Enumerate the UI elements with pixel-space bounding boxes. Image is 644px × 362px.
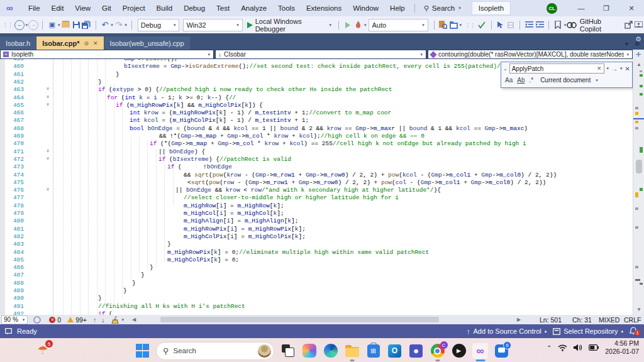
run-code-analysis-icon[interactable] bbox=[477, 19, 487, 31]
fold-collapse-icon[interactable]: ∨ bbox=[45, 102, 51, 107]
line-number[interactable]: 476 bbox=[6, 187, 24, 194]
fold-collapse-icon[interactable]: ∨ bbox=[45, 148, 51, 153]
line-number[interactable]: 489 bbox=[6, 287, 24, 295]
code-line[interactable]: && sqrt(pow(krow - (Gmp->m_row1 + Gmp->m… bbox=[184, 172, 557, 179]
menu-tools[interactable]: Tools bbox=[272, 0, 301, 16]
live-share-icon[interactable] bbox=[623, 19, 633, 31]
code-line[interactable]: //finishing all H ks with H i's patchRec… bbox=[98, 303, 245, 310]
taskbar-clock[interactable]: 4:56 PM 2026-01-07 bbox=[605, 339, 639, 356]
code-line[interactable]: } bbox=[167, 241, 171, 248]
close-tab-icon[interactable]: ✕ bbox=[93, 40, 98, 47]
restore-button[interactable]: ❐ bbox=[594, 0, 619, 16]
chevron-down-icon[interactable]: ▾ bbox=[564, 23, 567, 28]
battery-icon[interactable] bbox=[589, 344, 599, 351]
code-line[interactable]: } bbox=[98, 295, 102, 302]
code-line[interactable]: m_HighCol[i] = m_HighCol[k]; bbox=[184, 210, 284, 217]
media-player-button[interactable]: ▶ bbox=[451, 343, 467, 359]
toolbar-grip[interactable]: ⋮⋮ bbox=[465, 22, 475, 28]
line-number[interactable]: 485 bbox=[6, 256, 24, 264]
find-scope-select[interactable]: Current document bbox=[540, 77, 591, 84]
hscroll-left-icon[interactable]: ◀ bbox=[132, 317, 136, 322]
splitter-handle[interactable]: ✛ bbox=[633, 50, 644, 59]
send-feedback-icon[interactable] bbox=[634, 19, 644, 31]
tab-list-chevron-icon[interactable]: ▾ bbox=[625, 40, 628, 47]
editor-options-gear-icon[interactable]: ⚙ bbox=[633, 35, 644, 43]
chevron-down-icon[interactable]: ▾ bbox=[111, 23, 113, 28]
code-line[interactable]: m_HighColPix[i] = m_HighColPix[k]; bbox=[184, 233, 306, 241]
code-line[interactable]: || bOnEdge && krow < row/*and with k sec… bbox=[175, 187, 441, 194]
code-line[interactable]: } bbox=[123, 287, 127, 295]
code-line[interactable]: m_HighRow[i] = m_HighRow[k]; bbox=[184, 202, 284, 210]
menu-analyze[interactable]: Analyze bbox=[235, 0, 272, 16]
chevron-down-icon[interactable]: ▾ bbox=[125, 23, 127, 28]
scrollbar-thumb[interactable] bbox=[636, 160, 642, 173]
clear-search-icon[interactable]: ✕ bbox=[597, 65, 602, 72]
microsoft-store-button[interactable]: ⊞ bbox=[365, 343, 381, 359]
navigate-back-button[interactable]: ← bbox=[14, 19, 25, 31]
menu-build[interactable]: Build bbox=[151, 0, 179, 16]
line-number[interactable]: 468 bbox=[6, 125, 24, 133]
line-number[interactable]: 482 bbox=[6, 233, 24, 241]
solution-configuration-select[interactable]: Debug▾ bbox=[138, 19, 180, 31]
wifi-icon[interactable] bbox=[558, 344, 567, 351]
scroll-down-icon[interactable]: ▼ bbox=[633, 307, 644, 312]
line-number[interactable]: 467 bbox=[6, 117, 24, 124]
code-line[interactable]: if (extype > 0) {//patched high i now re… bbox=[98, 86, 392, 94]
document-health-icon[interactable] bbox=[31, 314, 43, 326]
whole-word-toggle[interactable]: Ab bbox=[517, 77, 525, 84]
start-debugging-button[interactable]: Local Windows Debugger ▾ bbox=[247, 18, 332, 33]
line-number[interactable]: 474 bbox=[6, 172, 24, 179]
github-copilot-icon[interactable] bbox=[567, 19, 577, 31]
code-line[interactable]: for (int k = i - 1; k >= 0; k--) {// bbox=[107, 94, 236, 102]
scroll-up-icon[interactable]: ▲ bbox=[633, 62, 644, 67]
outlook-button[interactable]: O bbox=[387, 343, 402, 359]
class-dropdown[interactable]: ↓ CIsobar ▾ bbox=[215, 50, 426, 59]
undo-button[interactable]: ↶ bbox=[100, 19, 110, 31]
line-number[interactable]: 477 bbox=[6, 194, 24, 202]
line-number[interactable]: 488 bbox=[6, 280, 24, 287]
visual-studio-button[interactable]: ∞ bbox=[472, 343, 488, 359]
tab-isobar-h[interactable]: Isobar.h bbox=[0, 36, 36, 50]
chrome-button[interactable]: C bbox=[430, 343, 445, 359]
line-number[interactable]: 487 bbox=[6, 272, 24, 279]
line-number[interactable]: 471 bbox=[6, 148, 24, 156]
line-number[interactable]: 472 bbox=[6, 156, 24, 163]
line-number[interactable]: 478 bbox=[6, 202, 24, 210]
code-line[interactable]: } bbox=[150, 264, 153, 272]
code-line[interactable]: <sqrt(pow(row - (Gmp->m_row1 + Gmp->m_ro… bbox=[187, 179, 546, 187]
github-copilot-label[interactable]: GitHub Copilot bbox=[580, 18, 621, 33]
code-line[interactable]: if (bIsextreme) {//patchRect is valid bbox=[158, 156, 291, 163]
line-number[interactable]: 486 bbox=[6, 264, 24, 272]
chevron-down-icon[interactable]: ▾ bbox=[460, 23, 462, 28]
line-number[interactable]: 479 bbox=[6, 210, 24, 217]
code-line[interactable]: } bbox=[98, 79, 102, 86]
save-all-button[interactable] bbox=[81, 19, 91, 31]
code-line[interactable]: if ( !bOnEdge bbox=[167, 163, 232, 171]
code-line[interactable]: if (*(Gmp->m_map + Gmp->m_col * krow + k… bbox=[150, 140, 526, 148]
intellisense-cursor-icon[interactable] bbox=[495, 19, 505, 31]
minimize-button[interactable]: ― bbox=[569, 0, 594, 16]
chevron-down-icon[interactable]: ▾ bbox=[58, 23, 60, 28]
code-line[interactable]: bool bOnEdge = (bound & 4 && kcol == 1 |… bbox=[130, 125, 528, 133]
vertical-scrollbar[interactable]: ▲ ▼ bbox=[633, 59, 644, 315]
line-number[interactable]: 480 bbox=[6, 217, 24, 225]
menu-window[interactable]: Window bbox=[347, 0, 384, 16]
find-input[interactable]: ApplyPatch ✕ bbox=[509, 63, 604, 74]
breakpoint-margin[interactable] bbox=[0, 59, 5, 315]
line-number[interactable]: 465 bbox=[6, 102, 24, 109]
line-number[interactable]: 464 bbox=[6, 94, 24, 102]
code-line[interactable]: bIsextreme = Gmp->isGradeExtreme();//set… bbox=[124, 63, 518, 70]
code-line[interactable]: //select closer-to-middle high or higher… bbox=[184, 194, 399, 202]
open-file-button[interactable] bbox=[60, 19, 70, 31]
menu-extensions[interactable]: Extensions bbox=[301, 0, 347, 16]
new-project-button[interactable]: ▣ bbox=[47, 19, 57, 31]
menu-debug[interactable]: Debug bbox=[178, 0, 211, 16]
pin-tab-icon[interactable]: ⊘ bbox=[84, 40, 89, 47]
code-editor[interactable]: 4594604614624634644654664674684694704714… bbox=[0, 59, 633, 315]
line-number[interactable]: 460 bbox=[6, 63, 24, 70]
solution-platform-select[interactable]: Win32▾ bbox=[183, 19, 242, 31]
regex-toggle[interactable]: .* bbox=[529, 77, 533, 84]
error-count[interactable]: ✕ 0 bbox=[49, 316, 61, 324]
line-number[interactable]: 462 bbox=[6, 79, 24, 86]
decrease-indent-icon[interactable] bbox=[524, 19, 534, 31]
